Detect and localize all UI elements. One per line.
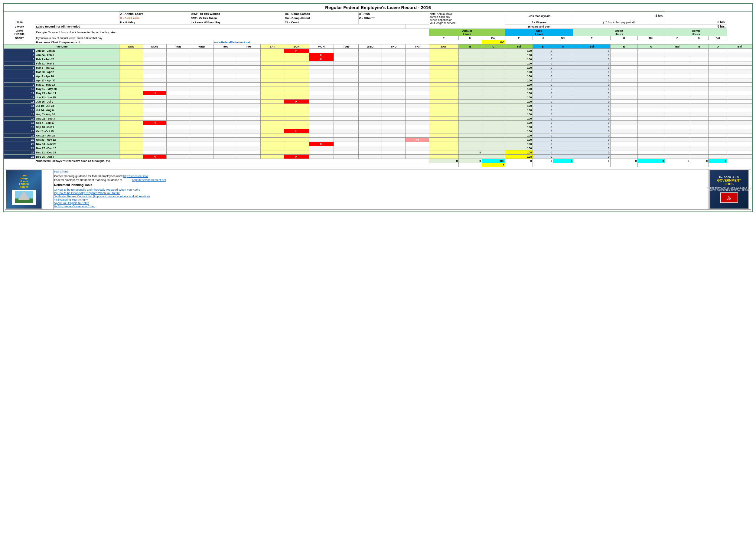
day-cell	[334, 66, 358, 70]
annual-earned	[458, 57, 482, 61]
annual-used	[482, 133, 505, 138]
day-cell	[166, 142, 190, 146]
day-cell	[429, 129, 458, 133]
sick-earned: 0	[533, 66, 553, 70]
comp-used	[709, 74, 727, 78]
sick-balance: 0	[573, 142, 610, 146]
retirement-url[interactable]: http://federalretirement.net	[132, 178, 166, 181]
day-cell	[284, 83, 309, 87]
pay-charts-link[interactable]: Pay Charts	[54, 170, 708, 173]
day-cell: H	[143, 91, 166, 95]
credit-earned	[610, 133, 637, 138]
day-cell	[143, 108, 166, 112]
day-cell	[358, 104, 382, 108]
credit-balance	[665, 53, 690, 57]
day-cell	[334, 70, 358, 74]
annual-balance: 100	[505, 49, 533, 53]
day-cell	[213, 108, 237, 112]
table-row: 17Aug 21 - Sep 310000	[4, 116, 752, 121]
footer-link-item[interactable]: 3) Master Retiree Contact List (Importan…	[54, 194, 708, 198]
credit-balance	[665, 129, 690, 133]
footer-link-item[interactable]: 2) How to be Financially Prepared When Y…	[54, 191, 708, 194]
day-cell	[261, 150, 284, 155]
comp-used	[709, 146, 727, 150]
day-cell	[309, 91, 334, 95]
day-cell	[406, 57, 429, 61]
pay-charts-label[interactable]: Pay Charts	[54, 170, 68, 173]
table-row: 16Aug 7 - Aug 2010000	[4, 112, 752, 116]
sick-used	[553, 49, 573, 53]
day-cell	[406, 49, 429, 53]
retirement-text: Federal employee's Retirement Planning G…	[54, 178, 122, 181]
credit-earned	[610, 95, 637, 99]
sick-used	[553, 66, 573, 70]
day-cell	[213, 112, 237, 116]
day-cell	[261, 61, 284, 66]
comp-earned	[690, 133, 709, 138]
footer-link-item[interactable]: 1) How to be Emotionally and Physically …	[54, 188, 708, 191]
day-cell	[119, 133, 143, 138]
day-cell	[237, 150, 261, 155]
annual-used	[482, 116, 505, 121]
legend-cl: CL - Court	[284, 20, 358, 24]
15-years: 15 years and over	[505, 24, 573, 29]
day-cell	[213, 74, 237, 78]
instruction-line2: If you take a day of annual leave, enter…	[35, 36, 429, 40]
leave-record-label: Leave Record For All Pay Period	[35, 24, 406, 29]
day-wed1: WED	[190, 44, 213, 49]
sick-used	[553, 104, 573, 108]
day-cell	[119, 138, 143, 142]
4hrs: 4 hrs.	[573, 12, 665, 20]
annual-balance: 100	[505, 61, 533, 66]
retirement-line: Federal employee's Retirement Planning G…	[54, 178, 708, 181]
date-range: May 1 - May 14	[35, 83, 119, 87]
footer-link-item[interactable]: 4) Evaluating Your Annuity	[54, 198, 708, 201]
day-cell	[143, 53, 166, 57]
sick-earned: 0	[533, 116, 553, 121]
annual-used	[482, 108, 505, 112]
comp-used	[709, 112, 727, 116]
comp-bal: Bal	[709, 36, 727, 40]
day-cell	[237, 112, 261, 116]
table-row: 23Nov 13 - Nov 26H10000	[4, 142, 752, 146]
day-cell	[143, 142, 166, 146]
credit-earned	[610, 49, 637, 53]
credit-balance	[665, 142, 690, 146]
sick-used	[553, 78, 573, 83]
comp-used	[709, 87, 727, 91]
main-container: Regular Federal Employee's Leave Record …	[3, 3, 753, 212]
credit-used	[637, 125, 665, 129]
credit-used	[637, 150, 665, 155]
comp-used	[709, 104, 727, 108]
annual-used	[482, 74, 505, 78]
sick-used	[553, 83, 573, 87]
leave-periods-label: LeavePeriods	[4, 29, 35, 36]
day-cell	[213, 125, 237, 129]
row-number: 22	[4, 138, 35, 142]
day-cell	[213, 83, 237, 87]
annual-bal-col: Bal	[505, 44, 533, 49]
annual-used	[482, 112, 505, 116]
comp-earned	[690, 66, 709, 70]
footer-link-item[interactable]: 5) Are You Eligible to Retire	[54, 201, 708, 204]
date-range: Jun 26 - Jul 9	[35, 99, 119, 104]
day-cell	[143, 133, 166, 138]
comp-balance	[727, 53, 752, 57]
day-cell	[143, 66, 166, 70]
day-cell	[143, 99, 166, 104]
career-url[interactable]: http://fedcareer.info	[123, 174, 148, 178]
totals-note: *Observed Holidays ** Other leave such a…	[35, 159, 429, 163]
day-cell	[284, 61, 309, 66]
date-range: Nov 13 - Nov 26	[35, 142, 119, 146]
credit-earned	[610, 70, 637, 74]
day-cell	[190, 49, 213, 53]
sick-u-col: U	[553, 44, 573, 49]
comp-earned	[690, 129, 709, 133]
day-cell	[166, 57, 190, 61]
day-cell	[166, 95, 190, 99]
day-cell	[261, 125, 284, 129]
annual-earned	[458, 99, 482, 104]
comp-earned	[690, 87, 709, 91]
footer-link-item[interactable]: 6) Sick Leave Conversion Chart	[54, 204, 708, 208]
day-cell	[284, 66, 309, 70]
